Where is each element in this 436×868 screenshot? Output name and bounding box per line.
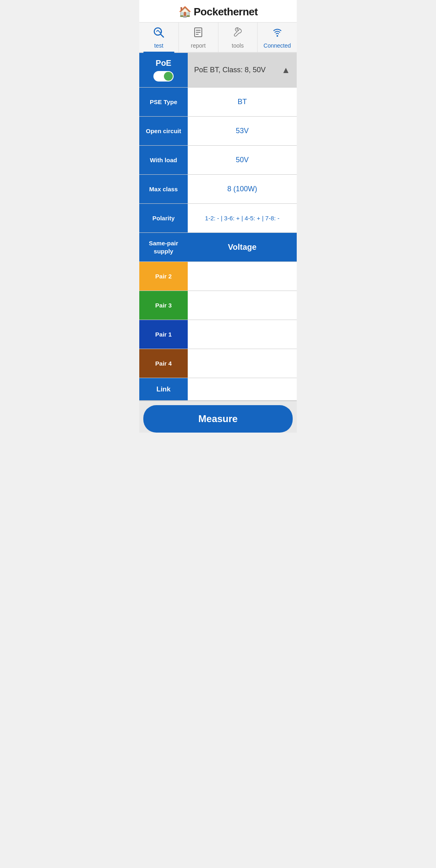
svg-rect-6 (277, 35, 278, 37)
pair3-label: Pair 3 (139, 291, 188, 320)
svg-line-1 (161, 34, 164, 37)
pair2-row: Pair 2 (139, 262, 297, 291)
with-load-value: 50V (188, 146, 297, 174)
poe-label: PoE (156, 59, 172, 68)
pse-type-label: PSE Type (139, 88, 188, 116)
report-icon (193, 27, 204, 41)
tab-report-label: report (191, 42, 206, 49)
pse-type-value: BT (188, 88, 297, 116)
max-class-value: 8 (100W) (188, 175, 297, 203)
pair4-row: Pair 4 (139, 349, 297, 378)
poe-info: PoE BT, Class: 8, 50V ▲ (188, 53, 297, 87)
with-load-label: With load (139, 146, 188, 174)
open-circuit-label: Open circuit (139, 117, 188, 145)
tab-test-label: test (154, 42, 164, 49)
pair1-value (188, 320, 297, 349)
poe-toggle[interactable] (153, 71, 174, 82)
link-label: Link (139, 378, 188, 400)
tab-tools-label: tools (232, 42, 244, 49)
pair4-label: Pair 4 (139, 349, 188, 378)
poe-section-header: PoE PoE BT, Class: 8, 50V ▲ (139, 53, 297, 88)
poe-toggle-knob (164, 72, 173, 81)
tab-tools[interactable]: tools (218, 23, 258, 52)
pair3-value (188, 291, 297, 320)
collapse-icon[interactable]: ▲ (281, 65, 290, 75)
pair1-row: Pair 1 (139, 320, 297, 349)
same-pair-supply-label: Same-pair supply (139, 233, 188, 261)
pair2-value (188, 262, 297, 291)
connected-icon (272, 27, 283, 41)
poe-info-text: PoE BT, Class: 8, 50V (194, 66, 266, 74)
logo-text: Pockethernet (194, 6, 258, 18)
link-value (188, 378, 297, 400)
open-circuit-value: 53V (188, 117, 297, 145)
main-content: PoE PoE BT, Class: 8, 50V ▲ PSE Type BT … (139, 53, 297, 401)
test-icon (153, 27, 164, 41)
app-logo: 🏠 Pockethernet (139, 6, 297, 18)
pse-type-row: PSE Type BT (139, 88, 297, 117)
bottom-section: Measure (139, 401, 297, 433)
with-load-row: With load 50V (139, 146, 297, 175)
tab-test[interactable]: test (139, 23, 179, 52)
link-row: Link (139, 378, 297, 401)
max-class-label: Max class (139, 175, 188, 203)
tab-connected-label: Connected (264, 42, 291, 49)
measure-button[interactable]: Measure (143, 405, 293, 433)
poe-button[interactable]: PoE (139, 53, 188, 87)
polarity-row: Polarity 1-2: - | 3-6: + | 4-5: + | 7-8:… (139, 204, 297, 233)
polarity-label: Polarity (139, 204, 188, 232)
max-class-row: Max class 8 (100W) (139, 175, 297, 204)
app-header: 🏠 Pockethernet (139, 0, 297, 23)
nav-tabs: test report tools (139, 23, 297, 53)
pair3-row: Pair 3 (139, 291, 297, 320)
tools-icon (232, 27, 243, 41)
pair1-label: Pair 1 (139, 320, 188, 349)
open-circuit-row: Open circuit 53V (139, 117, 297, 146)
logo-icon: 🏠 (178, 6, 191, 18)
tab-connected[interactable]: Connected (258, 23, 297, 52)
polarity-value: 1-2: - | 3-6: + | 4-5: + | 7-8: - (188, 204, 297, 232)
same-pair-supply-row: Same-pair supply Voltage (139, 233, 297, 262)
pair2-label: Pair 2 (139, 262, 188, 291)
pair4-value (188, 349, 297, 378)
tab-report[interactable]: report (179, 23, 218, 52)
same-pair-supply-value: Voltage (188, 233, 297, 261)
